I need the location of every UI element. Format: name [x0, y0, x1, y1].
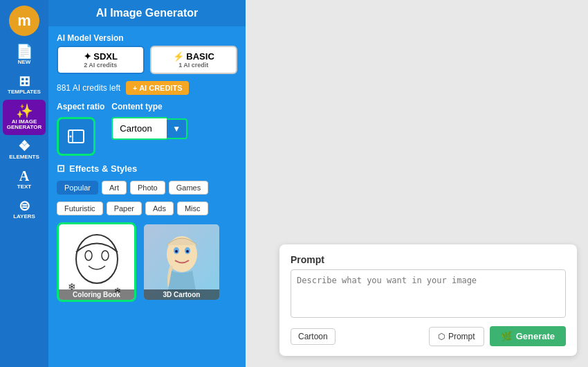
prompt-btn-icon: ⬡: [438, 332, 445, 341]
ai-generator-icon: ✨: [16, 104, 33, 118]
tag-popular[interactable]: Popular: [57, 181, 98, 195]
tag-photo[interactable]: Photo: [130, 181, 165, 195]
tag-art[interactable]: Art: [102, 181, 127, 195]
generate-button[interactable]: 🌿 Generate: [490, 326, 566, 346]
aspect-section: Aspect ratio: [57, 102, 104, 156]
content-section: Content type Cartoon ▼: [111, 102, 187, 140]
logo[interactable]: m: [9, 6, 39, 36]
layers-icon: ⊜: [19, 199, 30, 213]
expand-icon: ⊡: [57, 163, 65, 174]
content-type-value[interactable]: Cartoon: [111, 117, 167, 140]
tag-ads[interactable]: Ads: [145, 202, 174, 215]
tags-row-1: Popular Art Photo Games: [57, 181, 237, 195]
style-card-3d-cartoon[interactable]: 3D Cartoon: [142, 222, 221, 302]
aspect-ratio-icon: [66, 127, 86, 146]
credits-row: 881 AI credits left + AI CREDITS: [57, 81, 237, 95]
tag-games[interactable]: Games: [169, 181, 208, 195]
effects-header: ⊡ Effects & Styles: [57, 163, 237, 174]
prompt-actions: Cartoon ⬡ Prompt 🌿 Generate: [291, 326, 566, 346]
prompt-textarea[interactable]: [291, 269, 566, 318]
content-dropdown-arrow[interactable]: ▼: [167, 118, 187, 139]
generate-icon: 🌿: [501, 331, 512, 341]
panel-body: AI Model Version ✦ SDXL 2 AI credits ⚡ B…: [48, 26, 246, 309]
cartoon-badge[interactable]: Cartoon: [291, 328, 336, 345]
tag-paper[interactable]: Paper: [107, 202, 142, 215]
style-card-coloring-book-label: Coloring Book: [59, 289, 134, 300]
aspect-content-row: Aspect ratio Content type Cartoon ▼: [57, 102, 237, 156]
effects-section: ⊡ Effects & Styles: [57, 163, 237, 174]
sidebar-item-text[interactable]: A TEXT: [0, 165, 48, 195]
tags-row-2: Futuristic Paper Ads Misc: [57, 202, 237, 215]
sidebar-item-elements[interactable]: ❖ ELEMENTS: [0, 135, 48, 165]
svg-point-5: [102, 251, 109, 260]
text-icon: A: [19, 169, 29, 183]
ai-image-panel: AI Image Generator AI Model Version ✦ SD…: [48, 0, 246, 367]
tag-futuristic[interactable]: Futuristic: [57, 202, 103, 215]
elements-icon: ❖: [18, 139, 30, 153]
style-grid: ❄ ❄ Coloring Book: [57, 222, 237, 302]
svg-point-3: [76, 235, 118, 283]
add-credits-button[interactable]: + AI CREDITS: [126, 81, 189, 95]
3d-cartoon-image: [144, 224, 219, 300]
prompt-label: Prompt: [291, 254, 566, 265]
credits-left-text: 881 AI credits left: [57, 83, 120, 93]
model-sdxl-button[interactable]: ✦ SDXL 2 AI credits: [57, 46, 145, 74]
sidebar-item-ai-image-generator[interactable]: ✨ AI IMAGEGENERATOR: [3, 100, 46, 136]
panel-header: AI Image Generator: [48, 0, 246, 26]
style-card-coloring-book[interactable]: ❄ ❄ Coloring Book: [57, 222, 136, 302]
coloring-book-image: ❄ ❄: [59, 224, 134, 300]
model-basic-button[interactable]: ⚡ BASIC 1 AI credit: [150, 46, 238, 74]
sidebar-item-new[interactable]: 📄 NEW: [0, 40, 48, 70]
model-section-title: AI Model Version: [57, 33, 237, 43]
main-canvas-area: Prompt Cartoon ⬡ Prompt 🌿 Generate: [246, 0, 588, 367]
content-title: Content type: [111, 102, 187, 111]
sidebar-item-templates[interactable]: ⊞ TEMPLATES: [0, 70, 48, 100]
style-card-3d-cartoon-label: 3D Cartoon: [144, 289, 219, 300]
aspect-ratio-button[interactable]: [57, 117, 95, 156]
new-icon: 📄: [16, 44, 33, 58]
svg-point-4: [85, 251, 92, 260]
templates-icon: ⊞: [19, 74, 30, 88]
sidebar: m 📄 NEW ⊞ TEMPLATES ✨ AI IMAGEGENERATOR …: [0, 0, 48, 367]
prompt-button[interactable]: ⬡ Prompt: [429, 327, 484, 346]
svg-point-11: [175, 250, 178, 253]
prompt-panel: Prompt Cartoon ⬡ Prompt 🌿 Generate: [279, 244, 577, 356]
svg-point-12: [186, 250, 189, 253]
svg-point-2: [70, 136, 72, 138]
content-type-dropdown: Cartoon ▼: [111, 117, 187, 140]
model-buttons: ✦ SDXL 2 AI credits ⚡ BASIC 1 AI credit: [57, 46, 237, 74]
sidebar-item-layers[interactable]: ⊜ LAYERS: [0, 195, 48, 224]
aspect-title: Aspect ratio: [57, 102, 104, 111]
model-version-section: AI Model Version ✦ SDXL 2 AI credits ⚡ B…: [57, 33, 237, 74]
tag-misc[interactable]: Misc: [177, 202, 208, 215]
